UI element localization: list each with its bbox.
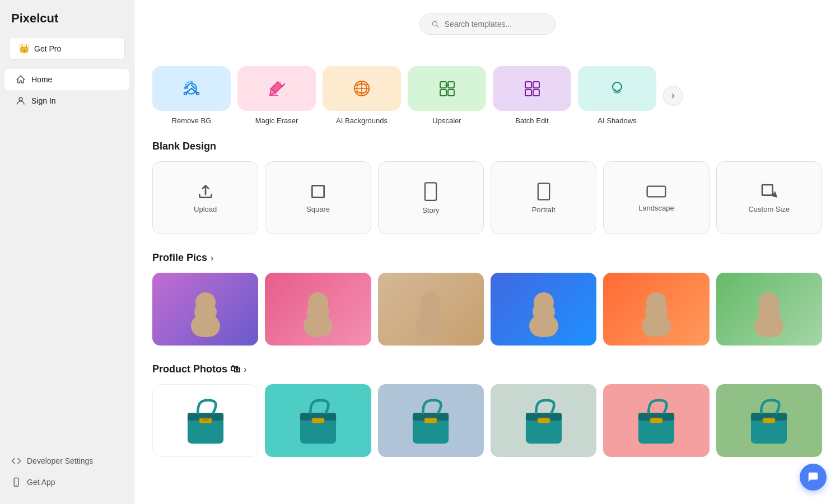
- product-photos-arrow[interactable]: ›: [244, 365, 246, 375]
- tool-ai-backgrounds[interactable]: AI Backgrounds: [323, 66, 401, 125]
- svg-rect-20: [533, 82, 539, 88]
- bag-svg-4: [513, 390, 575, 451]
- product-card-4[interactable]: [491, 384, 596, 457]
- svg-rect-19: [525, 82, 531, 88]
- face-svg-2: [290, 281, 346, 337]
- profile-pics-arrow[interactable]: ›: [211, 253, 213, 263]
- sidebar-item-sign-in[interactable]: Sign In: [4, 90, 129, 111]
- blank-card-portrait[interactable]: Portrait: [491, 161, 596, 234]
- chat-button[interactable]: [800, 464, 827, 491]
- blank-card-portrait-label: Portrait: [532, 206, 556, 214]
- svg-rect-27: [647, 186, 666, 197]
- blank-card-square[interactable]: Square: [265, 161, 371, 234]
- profile-card-1[interactable]: [152, 273, 258, 346]
- bag-svg-3: [400, 390, 461, 451]
- crown-icon: 👑: [18, 43, 30, 54]
- blank-card-square-label: Square: [306, 205, 330, 213]
- product-card-2[interactable]: [265, 384, 371, 457]
- profile-pics-section: Profile Pics ›: [152, 252, 822, 346]
- svg-rect-64: [538, 418, 550, 423]
- ai-shadows-icon-box: [578, 66, 656, 111]
- svg-rect-24: [312, 185, 324, 197]
- square-icon: [309, 183, 327, 200]
- svg-point-48: [645, 302, 668, 322]
- profile-circle-3: [403, 281, 459, 337]
- svg-rect-28: [762, 185, 773, 195]
- product-card-6[interactable]: [716, 384, 822, 457]
- story-icon: [423, 181, 438, 202]
- profile-card-2[interactable]: [265, 273, 371, 346]
- profile-pics-title: Profile Pics ›: [152, 252, 822, 264]
- ai-backgrounds-icon: [351, 77, 373, 100]
- svg-point-36: [307, 302, 329, 322]
- blank-card-story[interactable]: Story: [378, 161, 484, 234]
- svg-rect-21: [525, 90, 531, 96]
- get-pro-button[interactable]: 👑 Get Pro: [9, 37, 125, 60]
- landscape-icon: [646, 184, 667, 199]
- sidebar-item-get-app[interactable]: Get App: [4, 472, 129, 493]
- ai-shadows-icon: [606, 77, 628, 100]
- batch-edit-icon-box: [493, 66, 571, 111]
- product-photos-section: Product Photos 🛍 ›: [152, 363, 822, 457]
- sidebar-item-home[interactable]: Home: [4, 69, 129, 90]
- svg-point-8: [279, 82, 281, 84]
- profile-card-5[interactable]: [603, 273, 709, 346]
- face-svg-6: [741, 281, 797, 337]
- search-input[interactable]: [445, 20, 544, 29]
- profile-card-3[interactable]: [378, 273, 484, 346]
- upscaler-icon-box: HD: [408, 66, 486, 111]
- tool-remove-bg[interactable]: Remove BG: [152, 66, 231, 125]
- svg-point-0: [19, 97, 22, 101]
- profile-card-6[interactable]: [716, 273, 822, 346]
- remove-bg-icon: [180, 77, 203, 100]
- bag-svg-5: [626, 390, 687, 451]
- sidebar: Pixelcut 👑 Get Pro Home Sign In Develope…: [0, 0, 134, 504]
- svg-point-2: [16, 484, 17, 486]
- chat-icon: [807, 471, 819, 483]
- tool-batch-edit[interactable]: Batch Edit: [493, 66, 571, 125]
- blank-card-landscape[interactable]: Landscape: [603, 161, 709, 234]
- svg-text:HD: HD: [445, 83, 450, 87]
- sidebar-item-developer-settings[interactable]: Developer Settings: [4, 450, 129, 472]
- custom-size-icon: [760, 183, 778, 200]
- blank-card-landscape-label: Landscape: [638, 204, 674, 212]
- svg-rect-25: [425, 183, 436, 200]
- svg-rect-22: [533, 90, 539, 96]
- phone-icon: [11, 477, 21, 487]
- svg-rect-70: [763, 418, 775, 423]
- tool-magic-eraser[interactable]: Magic Eraser: [237, 66, 316, 125]
- portrait-icon: [536, 182, 552, 201]
- ai-backgrounds-label: AI Backgrounds: [336, 116, 388, 125]
- tool-upscaler[interactable]: HD Upscaler: [408, 66, 486, 125]
- remove-bg-label: Remove BG: [172, 116, 212, 125]
- code-icon: [11, 456, 21, 466]
- face-svg-1: [178, 281, 234, 337]
- bag-svg-1: [175, 390, 236, 451]
- profile-circle-2: [290, 281, 346, 337]
- magic-eraser-icon: [265, 77, 288, 100]
- blank-card-upload[interactable]: Upload: [152, 161, 258, 234]
- tools-row: Remove BG Magic Eraser: [152, 66, 822, 125]
- remove-bg-icon-box: [152, 66, 231, 111]
- product-photos-grid: [152, 384, 822, 457]
- blank-card-story-label: Story: [422, 206, 439, 214]
- blank-card-upload-label: Upload: [194, 205, 217, 213]
- product-card-1[interactable]: [152, 384, 258, 457]
- profile-card-4[interactable]: [491, 273, 596, 346]
- product-card-3[interactable]: [378, 384, 484, 457]
- svg-point-5: [184, 92, 187, 95]
- search-bar: [419, 13, 556, 35]
- upscaler-icon: HD: [436, 77, 458, 100]
- blank-card-custom-size[interactable]: Custom Size: [716, 161, 822, 234]
- svg-rect-26: [538, 183, 549, 199]
- svg-line-4: [436, 26, 438, 27]
- product-card-5[interactable]: [603, 384, 709, 457]
- get-app-label: Get App: [27, 478, 55, 487]
- svg-rect-16: [440, 90, 446, 96]
- home-label: Home: [31, 75, 52, 84]
- tools-next-button[interactable]: ›: [663, 86, 683, 106]
- home-icon: [16, 74, 26, 85]
- main-content: Remove BG Magic Eraser: [134, 0, 840, 504]
- get-pro-label: Get Pro: [34, 44, 61, 53]
- tool-ai-shadows[interactable]: AI Shadows: [578, 66, 656, 125]
